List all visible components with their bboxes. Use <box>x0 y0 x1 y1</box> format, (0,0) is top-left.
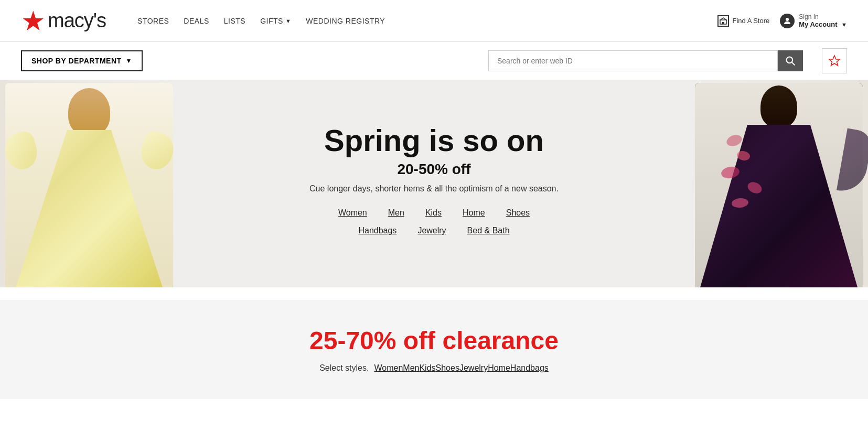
hero-title: Spring is so on <box>309 124 559 157</box>
clearance-link-handbags[interactable]: Handbags <box>510 363 549 372</box>
clearance-link-kids[interactable]: Kids <box>419 363 435 372</box>
clearance-link-shoes[interactable]: Shoes <box>436 363 459 372</box>
hero-link-shoes[interactable]: Shoes <box>506 208 530 218</box>
search-input[interactable] <box>488 50 778 71</box>
logo-star-icon: ★ <box>21 7 46 35</box>
hero-description: Cue longer days, shorter hems & all the … <box>309 184 559 194</box>
search-button[interactable] <box>778 50 803 71</box>
hero-links-row-2: HandbagsJewelryBed & Bath <box>309 226 559 235</box>
sub-header: SHOP BY DEPARTMENT ▼ <box>0 42 868 80</box>
svg-rect-1 <box>722 22 724 24</box>
clearance-link-home[interactable]: Home <box>488 363 510 372</box>
hero-link-handbags[interactable]: Handbags <box>358 226 397 235</box>
clearance-links-list: WomenMenKidsShoesJewelryHomeHandbags <box>374 363 548 373</box>
nav-gifts-label: GIFTS <box>260 17 283 25</box>
shop-by-department-button[interactable]: SHOP BY DEPARTMENT ▼ <box>21 50 143 71</box>
hero-link-bed-&-bath[interactable]: Bed & Bath <box>467 226 510 235</box>
sign-in-label: Sign In <box>799 13 847 20</box>
main-nav: STORES DEALS LISTS GIFTS ▼ WEDDING REGIS… <box>137 17 717 25</box>
hero-banner: Spring is so on 20-50% off Cue longer da… <box>0 80 868 287</box>
svg-point-2 <box>786 18 789 21</box>
hero-link-home[interactable]: Home <box>463 208 485 218</box>
select-styles-label: Select styles. <box>319 363 369 373</box>
hero-model-left <box>0 80 178 287</box>
search-bar <box>488 50 803 71</box>
nav-wedding-registry[interactable]: WEDDING REGISTRY <box>306 17 385 25</box>
dept-chevron-icon: ▼ <box>126 57 132 64</box>
account-person-icon <box>780 14 795 28</box>
my-account-label: My Account ▼ <box>799 20 847 28</box>
hero-links-row-1: WomenMenKidsHomeShoes <box>309 208 559 218</box>
svg-line-4 <box>792 62 795 65</box>
clearance-link-men[interactable]: Men <box>403 363 419 372</box>
logo-area[interactable]: ★ macy's <box>21 7 106 35</box>
clearance-section: 25-70% off clearance Select styles. Wome… <box>0 300 868 399</box>
nav-gifts[interactable]: GIFTS ▼ <box>260 17 291 25</box>
gifts-chevron-icon: ▼ <box>285 18 291 24</box>
hero-link-men[interactable]: Men <box>388 208 404 218</box>
shop-dept-label: SHOP BY DEPARTMENT <box>31 57 122 65</box>
svg-marker-5 <box>829 56 840 66</box>
model-left-placeholder <box>5 83 173 287</box>
clearance-title: 25-70% off clearance <box>21 326 847 355</box>
hero-link-jewelry[interactable]: Jewelry <box>417 226 446 235</box>
header-right: Find A Store Sign In My Account ▼ <box>717 13 847 28</box>
hero-subtitle: 20-50% off <box>309 161 559 178</box>
main-header: ★ macy's STORES DEALS LISTS GIFTS ▼ WEDD… <box>0 0 868 42</box>
wishlist-button[interactable] <box>822 48 847 73</box>
account-chevron-icon: ▼ <box>841 22 847 28</box>
nav-deals[interactable]: DEALS <box>184 17 209 25</box>
hero-link-kids[interactable]: Kids <box>425 208 442 218</box>
hero-model-right <box>690 80 868 287</box>
clearance-link-jewelry[interactable]: Jewelry <box>459 363 488 372</box>
hero-link-women[interactable]: Women <box>338 208 367 218</box>
clearance-link-women[interactable]: Women <box>374 363 403 372</box>
store-icon <box>717 15 729 27</box>
search-icon <box>785 56 796 66</box>
find-store-button[interactable]: Find A Store <box>717 15 769 27</box>
logo-text: macy's <box>48 9 106 32</box>
account-button[interactable]: Sign In My Account ▼ <box>780 13 847 28</box>
nav-stores[interactable]: STORES <box>137 17 169 25</box>
account-text: Sign In My Account ▼ <box>799 13 847 28</box>
star-wishlist-icon <box>828 55 841 67</box>
svg-point-3 <box>787 57 793 63</box>
model-right-placeholder <box>695 83 863 287</box>
clearance-links: Select styles. WomenMenKidsShoesJewelryH… <box>21 363 847 373</box>
nav-lists[interactable]: LISTS <box>224 17 245 25</box>
find-store-label: Find A Store <box>732 17 769 25</box>
hero-content: Spring is so on 20-50% off Cue longer da… <box>288 124 580 244</box>
